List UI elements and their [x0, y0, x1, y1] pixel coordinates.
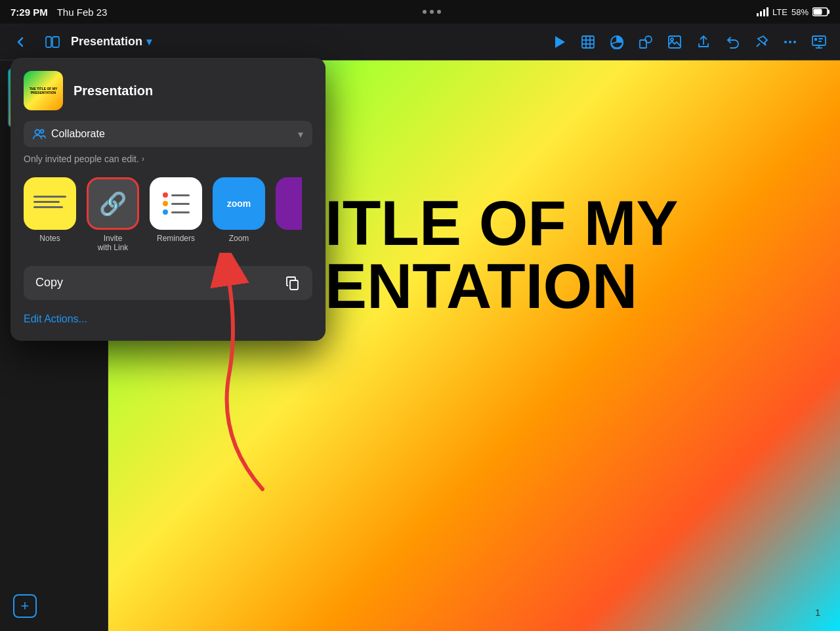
lte-label: LTE — [772, 7, 788, 17]
dot-2 — [430, 10, 434, 14]
reminder-dot-red — [163, 192, 168, 198]
more-button[interactable] — [777, 29, 803, 55]
copy-label: Copy — [35, 276, 63, 290]
collaborate-button[interactable]: Collaborate ▾ — [24, 121, 312, 147]
notes-line-1 — [33, 196, 66, 198]
svg-rect-6 — [582, 36, 594, 48]
reminders-label: Reminders — [157, 234, 195, 243]
notes-label: Notes — [39, 234, 60, 243]
svg-rect-28 — [290, 280, 298, 290]
title-chevron: ▾ — [146, 35, 152, 48]
reminder-row-2 — [163, 201, 190, 206]
add-slide-button[interactable]: + — [13, 594, 37, 618]
present-button[interactable] — [806, 29, 832, 55]
svg-rect-4 — [52, 37, 59, 47]
bar-1 — [757, 13, 759, 16]
popover-title: Presentation — [74, 83, 153, 98]
chain-link-icon: 🔗 — [99, 190, 127, 217]
people-icon — [33, 127, 46, 141]
svg-rect-2 — [814, 9, 822, 15]
copy-icon — [285, 275, 301, 291]
share-popover: THE TITLE OF MY PRESENTATION Presentatio… — [10, 58, 326, 341]
notes-line-3 — [33, 206, 63, 208]
bar-3 — [763, 9, 765, 16]
app-icon-invite[interactable]: 🔗 Invitewith Link — [87, 177, 139, 253]
reminder-line-2 — [171, 203, 190, 205]
pin-button[interactable] — [748, 29, 774, 55]
doc-icon-text: THE TITLE OF MY PRESENTATION — [26, 87, 60, 95]
battery-label: 58% — [791, 7, 808, 17]
image-button[interactable] — [662, 29, 688, 55]
play-button[interactable] — [546, 29, 572, 55]
sidebar-toggle-button[interactable] — [39, 29, 66, 55]
status-right: LTE 58% — [757, 7, 830, 17]
app-icon-zoom[interactable]: zoom Zoom — [213, 177, 265, 253]
status-time: 7:29 PM — [10, 7, 48, 18]
svg-point-15 — [671, 38, 673, 41]
svg-point-13 — [645, 36, 652, 43]
copy-row[interactable]: Copy — [24, 266, 312, 300]
share-button[interactable] — [690, 29, 717, 55]
reminders-icon — [150, 177, 202, 230]
collaborate-chevron: ▾ — [298, 128, 303, 141]
toolbar-right — [546, 29, 832, 55]
reminder-dot-blue — [163, 209, 168, 215]
app-icon-notes[interactable]: Notes — [24, 177, 76, 253]
shapes-button[interactable] — [633, 29, 659, 55]
bar-4 — [766, 7, 768, 16]
svg-rect-14 — [669, 36, 681, 48]
dot-3 — [437, 10, 441, 14]
reminder-line-1 — [171, 194, 190, 196]
permissions-label: Only invited people can edit. — [24, 154, 139, 164]
bar-2 — [760, 11, 762, 16]
permissions-text[interactable]: Only invited people can edit. › — [24, 154, 312, 164]
zoom-text: zoom — [227, 198, 251, 209]
reminder-dot-orange — [163, 201, 168, 206]
permissions-chevron: › — [142, 154, 144, 163]
dot-1 — [423, 10, 427, 14]
svg-point-27 — [41, 130, 44, 133]
status-bar: 7:29 PM Thu Feb 23 LTE 58% — [0, 0, 840, 24]
reminder-line-3 — [171, 211, 190, 213]
slide-title-line2: ENTATION — [325, 255, 679, 318]
collaborate-label: Collaborate — [51, 128, 293, 140]
battery-icon — [812, 7, 830, 16]
reminder-row-1 — [163, 192, 190, 198]
app-icon-partial[interactable] — [276, 177, 302, 253]
svg-point-26 — [35, 130, 40, 135]
signal-icon — [757, 7, 768, 16]
zoom-icon: zoom — [213, 177, 265, 230]
title-text: Presentation — [71, 35, 142, 49]
toolbar: Presentation ▾ — [0, 24, 840, 60]
edit-actions-link[interactable]: Edit Actions... — [24, 311, 312, 328]
popover-header: THE TITLE OF MY PRESENTATION Presentatio… — [24, 71, 312, 110]
chart-button[interactable] — [604, 29, 630, 55]
slide-number: 1 — [815, 607, 820, 618]
svg-rect-3 — [46, 37, 51, 47]
zoom-label: Zoom — [229, 234, 249, 243]
svg-point-17 — [784, 41, 787, 43]
svg-marker-5 — [555, 36, 565, 48]
notes-lines — [33, 196, 66, 211]
status-center-dots — [423, 10, 441, 14]
slide-title-line1: ITLE OF MY — [325, 192, 679, 255]
undo-button[interactable] — [719, 29, 746, 55]
back-button[interactable] — [8, 29, 34, 55]
edit-actions-label: Edit Actions... — [24, 313, 87, 324]
table-button[interactable] — [575, 29, 601, 55]
slide-title: ITLE OF MY ENTATION — [325, 192, 679, 318]
svg-point-18 — [789, 41, 791, 43]
svg-rect-23 — [814, 38, 817, 41]
svg-rect-25 — [818, 41, 822, 42]
app-icon-reminders[interactable]: Reminders — [150, 177, 202, 253]
svg-point-19 — [793, 41, 796, 43]
svg-rect-1 — [828, 10, 830, 14]
reminders-content — [158, 187, 195, 220]
notes-icon — [24, 177, 76, 230]
notes-line-2 — [33, 201, 60, 203]
status-date: Thu Feb 23 — [57, 7, 108, 18]
partial-app-icon — [276, 177, 302, 230]
document-title[interactable]: Presentation ▾ — [71, 35, 152, 49]
app-icons-row: Notes 🔗 Invitewith Link — [24, 177, 312, 253]
svg-line-16 — [757, 43, 760, 47]
